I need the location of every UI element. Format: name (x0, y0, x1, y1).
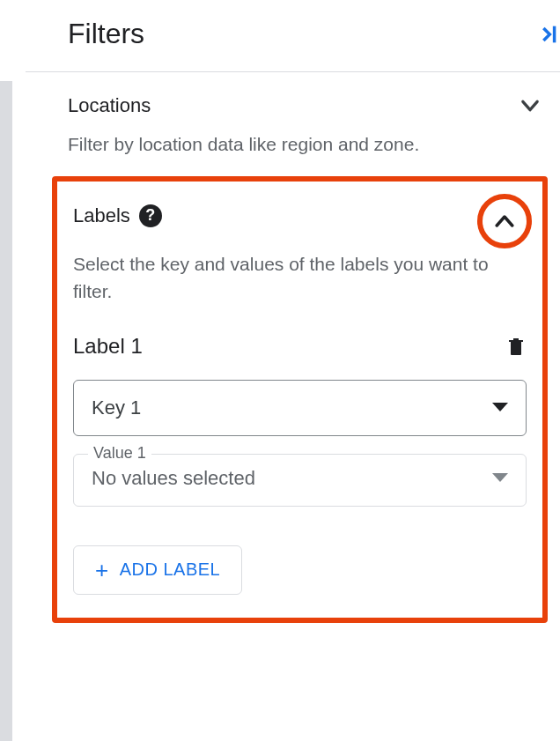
labels-section-highlight: Labels ? Select the key and values of th… (52, 176, 548, 623)
key-select[interactable]: Key 1 (73, 380, 527, 436)
dropdown-arrow-icon (492, 403, 508, 413)
svg-rect-0 (553, 26, 556, 42)
locations-title: Locations (68, 94, 151, 117)
trash-icon[interactable] (505, 334, 527, 359)
highlight-circle (477, 194, 532, 248)
collapse-panel-icon[interactable] (535, 22, 560, 47)
filters-title: Filters (68, 18, 144, 50)
dropdown-arrow-icon (492, 473, 508, 484)
label-1-title: Label 1 (73, 334, 143, 359)
value-select-placeholder: No values selected (92, 467, 255, 490)
labels-title: Labels (73, 204, 130, 227)
help-icon[interactable]: ? (139, 204, 162, 227)
chevron-down-icon[interactable] (518, 93, 542, 118)
add-label-text: ADD LABEL (120, 559, 221, 580)
value-field-label: Value 1 (88, 444, 151, 463)
plus-icon: + (95, 559, 109, 582)
value-select[interactable]: Value 1 No values selected (73, 454, 527, 507)
add-label-button[interactable]: + ADD LABEL (73, 545, 242, 595)
locations-description: Filter by location data like region and … (68, 130, 542, 159)
key-select-value: Key 1 (92, 396, 141, 419)
chevron-up-icon[interactable] (491, 208, 518, 234)
labels-description: Select the key and values of the labels … (73, 250, 527, 306)
